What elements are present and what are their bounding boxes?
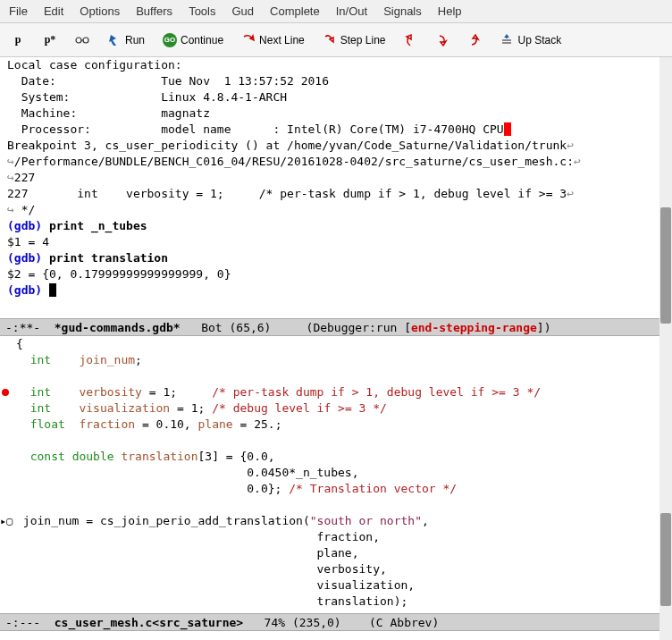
svg-rect-4 xyxy=(502,39,511,41)
run-icon xyxy=(107,33,122,47)
gud-line: ↪227 xyxy=(7,170,665,186)
menu-options[interactable]: Options xyxy=(80,4,120,18)
src-line: visualization, xyxy=(16,577,665,594)
src-line: float fraction = 0.10, plane = 25.; xyxy=(16,417,665,433)
src-line: join_num = cs_join_perio_add_translation… xyxy=(16,513,665,529)
scroll-thumb-top[interactable] xyxy=(660,207,671,324)
gud-pane[interactable]: Local case configuration: Date: Tue Nov … xyxy=(0,57,672,318)
menu-signals[interactable]: Signals xyxy=(383,4,422,18)
current-line-arrow: ▸▢ xyxy=(0,513,13,529)
src-line: int visualization = 1; /* debug level if… xyxy=(16,400,665,417)
gud-line: 227 int verbosity = 1; /* per-task dump … xyxy=(7,186,665,202)
gdb-prompt[interactable]: (gdb) xyxy=(7,282,665,299)
finish-icon xyxy=(403,33,417,47)
gud-line: Machine: magnatz xyxy=(7,105,665,122)
src-line: plane, xyxy=(16,545,665,561)
svg-point-0 xyxy=(76,38,81,43)
break-icon: p xyxy=(11,33,25,47)
run-button[interactable]: Run xyxy=(107,33,145,47)
up-icon xyxy=(467,33,482,47)
src-line: const double translation[3] = {0.0, xyxy=(16,449,665,465)
continue-label: Continue xyxy=(181,34,223,46)
modeline-buffer: *gud-commands.gdb* xyxy=(55,321,181,334)
continue-button[interactable]: GOContinue xyxy=(163,33,223,47)
glasses-icon xyxy=(75,33,89,47)
modeline-src: -:--- cs_user_mesh.c<src_saturne> 74% (2… xyxy=(0,613,672,631)
break-star-button[interactable]: p* xyxy=(43,33,57,47)
modeline2-pos: 74% (235,0) (C Abbrev) xyxy=(243,616,439,629)
next-line-icon xyxy=(241,33,256,47)
source-pane[interactable]: { int join_num; int verbosity = 1; /* pe… xyxy=(0,336,672,613)
src-line xyxy=(16,368,665,384)
up-stack-icon xyxy=(500,33,514,47)
scrollbar[interactable] xyxy=(659,57,672,640)
gud-line: ↪/Performance/BUNDLE/BENCH_C016_04/RESU/… xyxy=(7,154,665,170)
up-stack-button[interactable]: Up Stack xyxy=(500,33,561,47)
gud-line: Processor: model name : Intel(R) Core(TM… xyxy=(7,122,665,138)
gdb-prompt: (gdb) print _n_tubes xyxy=(7,218,665,234)
src-line xyxy=(16,497,665,513)
modeline-pos: Bot (65,6) (Debugger:run [ xyxy=(181,321,411,334)
gud-line: ↪ */ xyxy=(7,202,665,218)
step-line-button[interactable]: Step Line xyxy=(323,33,386,47)
minibuffer[interactable] xyxy=(0,631,672,640)
menu-help[interactable]: Help xyxy=(438,4,462,18)
next-line-label: Next Line xyxy=(259,34,305,46)
run-label: Run xyxy=(125,34,145,46)
modeline2-prefix: -:--- xyxy=(5,616,55,629)
src-line: int verbosity = 1; /* per-task dump if >… xyxy=(16,384,665,400)
gdb-output: $2 = {0, 0.17999999999999999, 0} xyxy=(7,266,665,282)
menu-inout[interactable]: In/Out xyxy=(336,4,367,18)
modeline-suffix: ]) xyxy=(537,321,551,334)
finish-button[interactable] xyxy=(403,33,417,47)
up-stack-label: Up Stack xyxy=(517,34,561,46)
modeline-prefix: -:**- xyxy=(5,321,55,334)
modeline-gud: -:**- *gud-commands.gdb* Bot (65,6) (Deb… xyxy=(0,318,672,336)
svg-rect-3 xyxy=(502,42,511,44)
scroll-thumb-bottom[interactable] xyxy=(660,513,671,606)
modeline-status: end-stepping-range xyxy=(411,321,537,334)
step-line-icon xyxy=(323,33,337,47)
down-frame-button[interactable] xyxy=(435,33,449,47)
step-line-label: Step Line xyxy=(340,34,386,46)
gud-line: System: Linux 4.8.4-1-ARCH xyxy=(7,89,665,105)
menu-gud[interactable]: Gud xyxy=(231,4,254,18)
break-star-icon: p* xyxy=(43,33,57,47)
src-line: fraction, xyxy=(16,529,665,545)
menu-file[interactable]: File xyxy=(9,4,28,18)
gud-line: Breakpoint 3, cs_user_periodicity () at … xyxy=(7,138,665,154)
menu-complete[interactable]: Complete xyxy=(270,4,320,18)
breakpoint-marker[interactable] xyxy=(2,389,9,396)
gdb-prompt: (gdb) print translation xyxy=(7,250,665,266)
src-line: int join_num; xyxy=(16,352,665,368)
down-icon xyxy=(435,33,449,47)
next-line-button[interactable]: Next Line xyxy=(241,33,305,47)
menu-buffers[interactable]: Buffers xyxy=(136,4,172,18)
svg-point-1 xyxy=(83,38,88,43)
toolbar: p p* Run GOContinue Next Line Step Line … xyxy=(0,23,672,57)
break-button[interactable]: p xyxy=(11,33,25,47)
menu-edit[interactable]: Edit xyxy=(44,4,63,18)
gud-line: Date: Tue Nov 1 13:57:52 2016 xyxy=(7,73,665,89)
up-frame-button[interactable] xyxy=(467,33,482,47)
src-line: verbosity, xyxy=(16,561,665,577)
src-line: { xyxy=(16,336,665,352)
src-line: 0.0}; /* Translation vector */ xyxy=(16,481,665,497)
menu-tools[interactable]: Tools xyxy=(189,4,215,18)
menubar: File Edit Options Buffers Tools Gud Comp… xyxy=(0,0,672,23)
src-line: translation); xyxy=(16,594,665,610)
watch-button[interactable] xyxy=(75,33,89,47)
gud-line: Local case configuration: xyxy=(7,57,665,73)
src-line xyxy=(16,433,665,449)
modeline2-buffer: cs_user_mesh.c<src_saturne> xyxy=(55,616,243,629)
continue-icon: GO xyxy=(163,33,177,47)
gdb-output: $1 = 4 xyxy=(7,234,665,250)
src-line: 0.0450*_n_tubes, xyxy=(16,465,665,481)
